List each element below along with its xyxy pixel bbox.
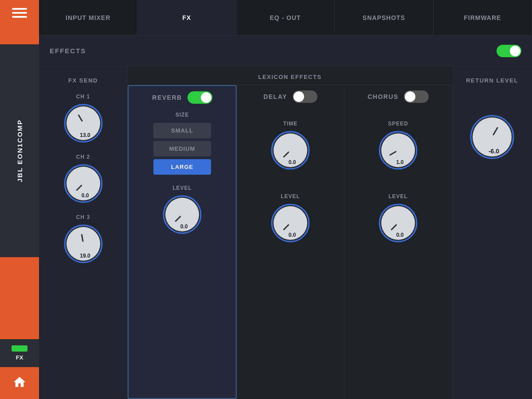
effects-header: EFFECTS	[39, 35, 532, 66]
chorus-speed-label: SPEED	[388, 121, 408, 127]
home-icon	[12, 375, 27, 391]
effects-title: EFFECTS	[50, 47, 86, 55]
delay-toggle[interactable]	[293, 90, 317, 103]
chorus-speed-container: SPEED	[378, 121, 418, 170]
ch2-knob[interactable]	[63, 164, 103, 203]
chorus-toggle[interactable]	[404, 90, 429, 103]
menu-icon[interactable]	[12, 8, 27, 18]
fx-button[interactable]: FX	[0, 339, 39, 367]
fx-send-column: FX SEND CH 1 CH 2 CH 3	[39, 66, 128, 399]
fx-active-indicator	[12, 345, 27, 352]
delay-panel: DELAY TIME LEVEL	[237, 85, 344, 399]
ch3-knob[interactable]	[63, 224, 103, 264]
home-button[interactable]	[0, 367, 39, 399]
chorus-toggle-knob	[405, 91, 415, 102]
lexicon-section: LEXICON EFFECTS REVERB SIZE SMALL MEDIUM	[128, 66, 452, 399]
sidebar: JBL EON1COMP FX	[0, 0, 39, 399]
sidebar-bottom: FX	[0, 339, 39, 399]
ch2-label: CH 2	[76, 154, 90, 160]
return-level-column: RETURN LEVEL	[452, 66, 532, 399]
size-small-btn[interactable]: SMALL	[153, 123, 211, 138]
return-level-header: RETURN LEVEL	[466, 71, 518, 88]
delay-level-knob[interactable]	[270, 203, 310, 243]
ch3-knob-container: CH 3	[63, 214, 103, 264]
delay-time-container: TIME	[270, 121, 310, 170]
size-large-btn[interactable]: LARGE	[153, 159, 211, 175]
tab-eq-out[interactable]: EQ - OUT	[236, 0, 335, 35]
reverb-level-container: LEVEL	[162, 185, 202, 235]
ch1-knob[interactable]	[63, 103, 103, 143]
ch2-knob-container: CH 2	[63, 154, 103, 203]
fx-label: FX	[16, 354, 23, 361]
size-label: SIZE	[176, 112, 189, 118]
ch1-knob-container: CH 1	[63, 94, 103, 143]
reverb-toggle-knob	[201, 92, 211, 103]
tab-fx[interactable]: FX	[137, 0, 236, 35]
tab-input-mixer[interactable]: INPUT MIXER	[39, 0, 137, 35]
chorus-panel: CHORUS SPEED LEVEL	[344, 85, 452, 399]
reverb-size-section: SIZE SMALL MEDIUM LARGE	[132, 112, 232, 176]
reverb-level-knob[interactable]	[162, 195, 202, 235]
main-content: INPUT MIXER FX EQ - OUT SNAPSHOTS FIRMWA…	[39, 0, 532, 399]
content-area: FX SEND CH 1 CH 2 CH 3 LEXICON EFFECTS	[39, 66, 532, 399]
top-nav: INPUT MIXER FX EQ - OUT SNAPSHOTS FIRMWA…	[39, 0, 532, 35]
return-level-container	[470, 115, 514, 159]
lexicon-header: LEXICON EFFECTS	[128, 66, 452, 85]
chorus-level-knob[interactable]	[378, 203, 418, 243]
delay-level-container: LEVEL	[270, 193, 310, 243]
device-label: JBL EON1COMP	[0, 44, 39, 257]
chorus-label: CHORUS	[368, 93, 399, 100]
lexicon-panels: REVERB SIZE SMALL MEDIUM LARGE LEVEL	[128, 85, 452, 399]
tab-snapshots[interactable]: SNAPSHOTS	[335, 0, 433, 35]
chorus-speed-knob[interactable]	[378, 130, 418, 170]
chorus-header: CHORUS	[348, 90, 448, 103]
delay-toggle-knob	[293, 91, 304, 102]
reverb-toggle[interactable]	[188, 91, 212, 104]
ch1-label: CH 1	[76, 94, 90, 100]
delay-time-knob[interactable]	[270, 130, 310, 170]
size-medium-btn[interactable]: MEDIUM	[153, 141, 211, 156]
device-name-text: JBL EON1COMP	[16, 119, 23, 182]
reverb-label: REVERB	[152, 94, 182, 101]
effects-toggle[interactable]	[497, 45, 521, 57]
delay-label: DELAY	[263, 93, 287, 100]
effects-toggle-knob	[510, 46, 520, 56]
delay-time-label: TIME	[283, 121, 298, 127]
return-level-knob[interactable]	[470, 115, 514, 159]
reverb-panel: REVERB SIZE SMALL MEDIUM LARGE LEVEL	[128, 85, 237, 399]
chorus-level-container: LEVEL	[378, 193, 418, 243]
reverb-header: REVERB	[132, 91, 232, 104]
delay-header: DELAY	[240, 90, 340, 103]
ch3-label: CH 3	[76, 214, 90, 220]
reverb-level-label: LEVEL	[172, 185, 192, 191]
tab-firmware[interactable]: FIRMWARE	[434, 0, 532, 35]
fx-send-header: FX SEND	[68, 71, 98, 88]
chorus-level-label: LEVEL	[388, 193, 408, 200]
delay-level-label: LEVEL	[281, 193, 300, 200]
